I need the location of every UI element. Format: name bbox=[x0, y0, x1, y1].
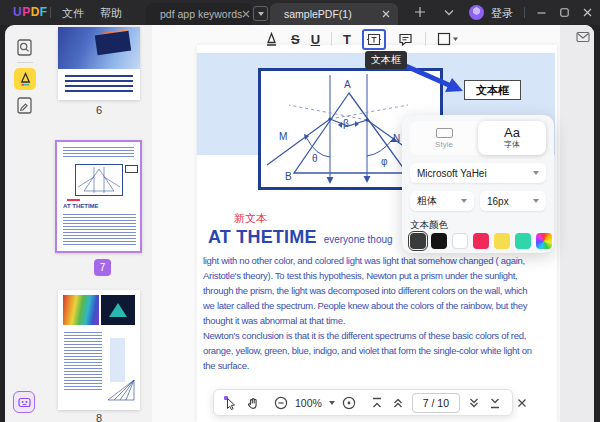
text-color-label: 文本颜色 bbox=[410, 219, 448, 232]
rectangle-icon bbox=[436, 128, 453, 138]
tabs-list-chevron-icon[interactable] bbox=[444, 9, 454, 16]
first-page-icon[interactable] bbox=[370, 396, 384, 410]
font-properties-panel: Style Aa 字体 Microsoft YaHei 粗体 16px 文本颜色 bbox=[402, 115, 554, 253]
thumbnail-title: AT THETIME bbox=[63, 203, 99, 209]
color-swatch[interactable] bbox=[431, 233, 447, 249]
panel-tabs: Style Aa 字体 bbox=[410, 121, 546, 155]
right-rail bbox=[560, 25, 594, 422]
shapes-tool-icon[interactable] bbox=[437, 32, 459, 46]
last-page-icon[interactable] bbox=[488, 396, 502, 410]
new-text-label[interactable]: 新文本 bbox=[234, 211, 267, 226]
tab-style[interactable]: Style bbox=[410, 121, 478, 155]
divider bbox=[17, 62, 33, 63]
thumbnail-diagram bbox=[106, 376, 136, 402]
select-cursor-icon[interactable] bbox=[223, 395, 238, 410]
color-swatch-selected[interactable] bbox=[410, 233, 426, 249]
divider bbox=[331, 32, 332, 46]
inserted-textbox[interactable]: 文本框 bbox=[464, 80, 521, 100]
search-document-icon[interactable] bbox=[15, 38, 34, 57]
tab-samplepdf[interactable]: samplePDF(1) bbox=[270, 3, 398, 25]
bottom-navigation-bar: 100% bbox=[213, 389, 513, 416]
page-number-label: 8 bbox=[58, 412, 140, 422]
font-size-dropdown[interactable]: 16px bbox=[480, 191, 546, 211]
close-tab-icon[interactable] bbox=[242, 10, 250, 18]
page-number-label: 6 bbox=[58, 104, 140, 116]
diagram-label-phi: φ bbox=[381, 156, 387, 167]
envelope-icon[interactable] bbox=[576, 31, 590, 43]
divider bbox=[50, 7, 51, 18]
divider bbox=[524, 7, 525, 18]
aa-icon: Aa bbox=[504, 126, 520, 139]
color-swatch[interactable] bbox=[473, 233, 489, 249]
next-page-icon[interactable] bbox=[467, 396, 481, 410]
login-button[interactable]: 登录 bbox=[491, 6, 513, 21]
paragraph[interactable]: Newton's conclusion is that it is the di… bbox=[203, 328, 537, 373]
thumbnail-image bbox=[101, 295, 135, 325]
edit-markup-tool-active[interactable] bbox=[14, 68, 36, 90]
thumbnail-text-block bbox=[65, 75, 133, 95]
hand-pan-icon[interactable] bbox=[245, 395, 260, 410]
underline-tool[interactable]: U bbox=[311, 32, 320, 47]
tab-options-chevron-icon[interactable] bbox=[253, 6, 268, 21]
updf-logo: UPDF bbox=[13, 5, 48, 19]
zoom-level: 100% bbox=[295, 397, 322, 409]
thumbnail-diagram bbox=[75, 164, 123, 196]
thumbnail-page-8[interactable] bbox=[58, 290, 140, 410]
zoom-chevron-icon[interactable] bbox=[329, 401, 335, 405]
menu-file[interactable]: 文件 bbox=[62, 6, 84, 21]
diagram-label-m: M bbox=[279, 131, 287, 142]
menu-help[interactable]: 帮助 bbox=[100, 6, 122, 21]
document-sign-icon[interactable] bbox=[15, 96, 34, 115]
thumbnail-page-7-selected[interactable]: AT THETIME bbox=[55, 140, 142, 253]
actual-size-icon[interactable] bbox=[342, 396, 356, 410]
maximize-icon[interactable] bbox=[559, 7, 570, 18]
diagram-label-base: B bbox=[285, 171, 292, 182]
textbox-tooltip: 文本框 bbox=[365, 51, 407, 69]
tab-pdf-app-keywords[interactable]: pdf app keywords bbox=[146, 3, 252, 25]
titlebar: UPDF 文件 帮助 pdf app keywords samplePDF(1)… bbox=[0, 0, 600, 25]
previous-page-icon[interactable] bbox=[391, 396, 405, 410]
text-tool[interactable]: T bbox=[343, 32, 351, 47]
swatch-row bbox=[410, 233, 552, 249]
close-tab-icon[interactable] bbox=[382, 10, 390, 18]
color-swatch[interactable] bbox=[494, 233, 510, 249]
close-window-icon[interactable] bbox=[582, 7, 593, 18]
avatar[interactable] bbox=[469, 5, 484, 20]
format-toolbar: S U T bbox=[263, 27, 459, 51]
font-family-dropdown[interactable]: Microsoft YaHei bbox=[410, 163, 546, 183]
color-swatch-gradient[interactable] bbox=[536, 233, 552, 249]
textbox-tool-selected[interactable] bbox=[362, 29, 386, 50]
diagram-label-theta: θ bbox=[312, 153, 318, 164]
heading-tail-text[interactable]: everyone thoug bbox=[324, 234, 393, 245]
color-swatch[interactable] bbox=[515, 233, 531, 249]
diagram-label-apex: A bbox=[344, 79, 351, 90]
font-weight-dropdown[interactable]: 粗体 bbox=[410, 191, 474, 211]
paragraph[interactable]: light with no other color, and colored l… bbox=[203, 253, 537, 328]
page-indicator-input[interactable] bbox=[412, 393, 460, 413]
current-page-badge: 7 bbox=[94, 259, 111, 276]
highlight-tool-icon[interactable] bbox=[263, 31, 280, 48]
minimize-icon[interactable] bbox=[536, 7, 547, 18]
new-tab-icon[interactable] bbox=[414, 6, 426, 18]
body-text[interactable]: light with no other color, and colored l… bbox=[203, 253, 537, 373]
thumbnail-image bbox=[63, 295, 99, 325]
divider bbox=[425, 32, 426, 46]
page-heading[interactable]: AT THETIME bbox=[208, 227, 317, 248]
color-swatch[interactable] bbox=[452, 233, 468, 249]
app-window: UPDF 文件 帮助 pdf app keywords samplePDF(1)… bbox=[0, 0, 600, 422]
ai-assistant-icon[interactable] bbox=[13, 391, 35, 413]
comment-tool-icon[interactable] bbox=[397, 31, 414, 47]
tab-font-selected[interactable]: Aa 字体 bbox=[478, 121, 546, 155]
zoom-out-icon[interactable] bbox=[274, 396, 288, 410]
diagram-label-beta: β bbox=[343, 118, 349, 129]
diagram-label-n: N bbox=[393, 133, 400, 144]
strikethrough-tool[interactable]: S bbox=[291, 32, 300, 47]
thumbnail-page-6[interactable] bbox=[58, 27, 140, 100]
close-bar-icon[interactable] bbox=[516, 397, 528, 409]
thumbnail-image bbox=[58, 27, 140, 69]
app-body: 6 AT THETIME 7 8 bbox=[5, 25, 594, 422]
